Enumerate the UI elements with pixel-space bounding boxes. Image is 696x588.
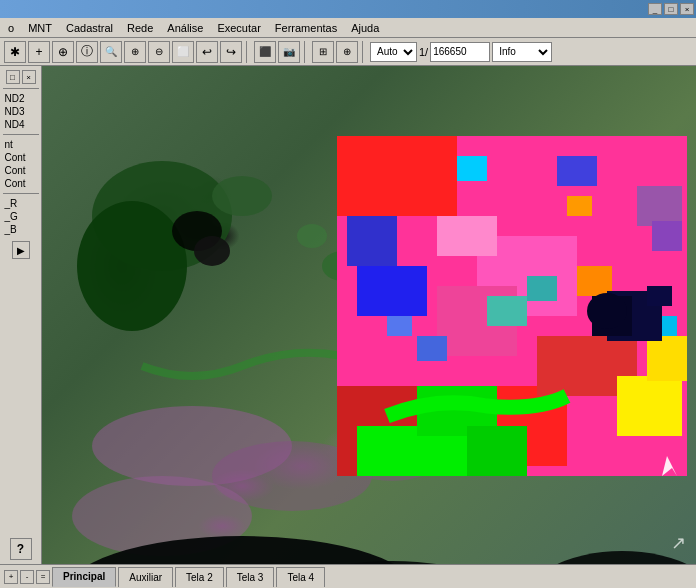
layer-nd3[interactable]: ND3 (3, 106, 39, 117)
help-button[interactable]: ? (10, 538, 32, 560)
menu-analise[interactable]: Análise (161, 21, 209, 35)
svg-point-4 (212, 176, 272, 216)
title-bar-buttons[interactable]: _ □ × (648, 3, 694, 15)
svg-point-7 (297, 224, 327, 248)
tool-crosshair[interactable]: ⊕ (52, 41, 74, 63)
svg-rect-44 (647, 286, 672, 306)
panel-minimize-btn[interactable]: □ (6, 70, 20, 84)
svg-rect-42 (437, 216, 497, 256)
close-button[interactable]: × (680, 3, 694, 15)
scale-mode-select[interactable]: Auto (370, 42, 417, 62)
tool-asterisk[interactable]: ✱ (4, 41, 26, 63)
left-panel: □ × ND2 ND3 ND4 nt Cont Cont Cont _R _G … (0, 66, 42, 564)
tab-principal[interactable]: Principal (52, 567, 116, 587)
layer-cont3[interactable]: Cont (3, 178, 39, 189)
tool-undo[interactable]: ↩ (196, 41, 218, 63)
maximize-button[interactable]: □ (664, 3, 678, 15)
menu-bar: o MNT Cadastral Rede Análise Executar Fe… (0, 18, 696, 38)
status-plus-btn[interactable]: + (4, 570, 18, 584)
svg-rect-26 (567, 196, 592, 216)
tab-tela4[interactable]: Tela 4 (276, 567, 325, 587)
svg-point-43 (587, 293, 627, 329)
svg-rect-31 (467, 426, 527, 476)
mode-select[interactable]: Info (492, 42, 552, 62)
menu-ferramentas[interactable]: Ferramentas (269, 21, 343, 35)
panel-divider-3 (3, 193, 39, 194)
tab-tela3[interactable]: Tela 3 (226, 567, 275, 587)
svg-rect-39 (527, 276, 557, 301)
map-area[interactable]: ↗ (42, 66, 696, 564)
tool-add[interactable]: + (28, 41, 50, 63)
svg-point-14 (522, 551, 696, 564)
panel-divider-1 (3, 88, 39, 89)
tool-select-rect[interactable]: ⬛ (254, 41, 276, 63)
toolbar-separator-2 (304, 41, 308, 63)
layer-nt[interactable]: nt (3, 139, 39, 150)
svg-rect-27 (617, 376, 682, 436)
toolbar-separator-1 (246, 41, 250, 63)
main-area: □ × ND2 ND3 ND4 nt Cont Cont Cont _R _G … (0, 66, 696, 564)
tool-plus-circle[interactable]: ⊕ (336, 41, 358, 63)
layer-r[interactable]: _R (3, 198, 39, 209)
svg-rect-34 (637, 186, 682, 226)
tool-info[interactable]: ⓘ (76, 41, 98, 63)
status-minus-btn[interactable]: - (20, 570, 34, 584)
svg-rect-20 (357, 266, 427, 316)
tool-grid[interactable]: ⊞ (312, 41, 334, 63)
menu-rede[interactable]: Rede (121, 21, 159, 35)
tool-redo[interactable]: ↪ (220, 41, 242, 63)
layer-nd4[interactable]: ND4 (3, 119, 39, 130)
layer-b[interactable]: _B (3, 224, 39, 235)
svg-rect-41 (387, 316, 412, 336)
scale-value-input[interactable] (430, 42, 490, 62)
layer-g[interactable]: _G (3, 211, 39, 222)
svg-rect-23 (457, 156, 487, 181)
scale-ratio-label: 1/ (419, 46, 428, 58)
panel-close-btn[interactable]: × (22, 70, 36, 84)
tool-zoom-fit[interactable]: 🔍 (100, 41, 122, 63)
map-cursor-icon: ↗ (671, 532, 686, 554)
minimize-button[interactable]: _ (648, 3, 662, 15)
tool-zoom-out[interactable]: ⊖ (148, 41, 170, 63)
panel-controls[interactable]: □ × (6, 70, 36, 84)
title-bar: _ □ × (0, 0, 696, 18)
status-bar: + - = Principal Auxiliar Tela 2 Tela 3 T… (0, 564, 696, 588)
classification-overlay (337, 136, 687, 476)
layer-cont1[interactable]: Cont (3, 152, 39, 163)
layer-cont2[interactable]: Cont (3, 165, 39, 176)
svg-rect-28 (647, 336, 687, 381)
svg-rect-16 (337, 136, 457, 216)
svg-rect-40 (417, 336, 447, 361)
classification-svg (337, 136, 687, 476)
svg-point-3 (194, 236, 230, 266)
menu-ajuda[interactable]: Ajuda (345, 21, 385, 35)
tool-camera[interactable]: 📷 (278, 41, 300, 63)
svg-rect-22 (557, 156, 597, 186)
tab-tela2[interactable]: Tela 2 (175, 567, 224, 587)
svg-rect-21 (347, 216, 397, 266)
toolbar: ✱ + ⊕ ⓘ 🔍 ⊕ ⊖ ⬜ ↩ ↪ ⬛ 📷 ⊞ ⊕ Auto 1/ Info (0, 38, 696, 66)
menu-mnt[interactable]: MNT (22, 21, 58, 35)
status-equals-btn[interactable]: = (36, 570, 50, 584)
tool-zoom-rect[interactable]: ⬜ (172, 41, 194, 63)
menu-executar[interactable]: Executar (211, 21, 266, 35)
layer-nd2[interactable]: ND2 (3, 93, 39, 104)
svg-rect-25 (577, 266, 612, 296)
menu-cadastral[interactable]: Cadastral (60, 21, 119, 35)
panel-scroll-btn[interactable]: ▶ (12, 241, 30, 259)
panel-divider-2 (3, 134, 39, 135)
svg-point-1 (77, 201, 187, 331)
tab-auxiliar[interactable]: Auxiliar (118, 567, 173, 587)
tool-zoom-in[interactable]: ⊕ (124, 41, 146, 63)
menu-o[interactable]: o (2, 21, 20, 35)
svg-rect-38 (487, 296, 527, 326)
svg-rect-35 (652, 221, 682, 251)
toolbar-separator-3 (362, 41, 366, 63)
